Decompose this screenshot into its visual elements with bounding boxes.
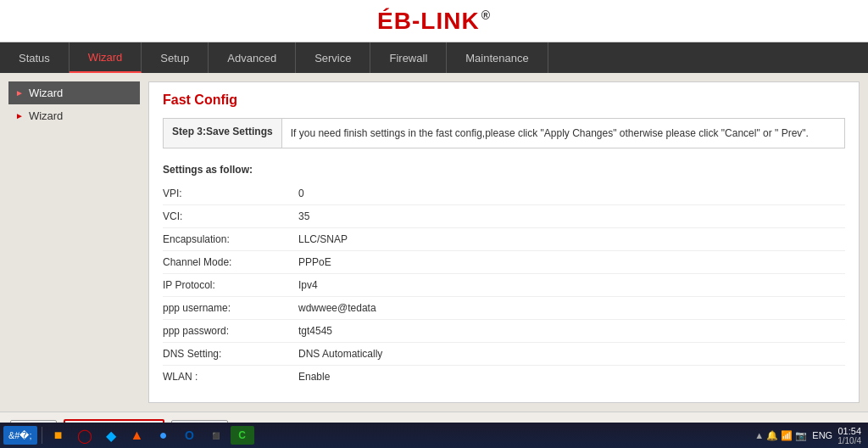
settings-value-vci: 35 [298, 210, 309, 222]
settings-key-channel-mode: Channel Mode: [163, 256, 298, 268]
taskbar-app-7[interactable]: ◾ [204, 426, 228, 445]
taskbar-app-8[interactable]: C [231, 426, 254, 445]
nav-service[interactable]: Service [296, 42, 370, 73]
content-area: Fast Config Step 3:Save Settings If you … [148, 81, 860, 403]
taskbar-app-3[interactable]: ◆ [99, 426, 123, 445]
taskbar: &#�; ■ ◯ ◆ ▲ ● O ◾ C ▲ 🔔 📶 📷 ENG 01:54 1… [0, 423, 868, 448]
page-title: Fast Config [163, 92, 845, 108]
settings-row-ppp-password: ppp password: tgt4545 [163, 320, 845, 343]
settings-row-channel-mode: Channel Mode: PPPoE [163, 251, 845, 274]
settings-value-ppp-username: wdwwee@tedata [298, 302, 376, 314]
settings-row-wlan: WLAN : Enable [163, 366, 845, 388]
settings-key-vpi: VPI: [163, 188, 298, 199]
settings-row-vpi: VPI: 0 [163, 182, 845, 205]
settings-row-ip-protocol: IP Protocol: Ipv4 [163, 274, 845, 297]
settings-row-encapsulation: Encapsulation: LLC/SNAP [163, 228, 845, 251]
settings-value-channel-mode: PPPoE [298, 256, 331, 268]
settings-row-dns: DNS Setting: DNS Automatically [163, 343, 845, 366]
arrow-icon-2: ► [15, 111, 24, 120]
nav-wizard[interactable]: Wizard [70, 42, 142, 73]
settings-key-wlan: WLAN : [163, 371, 298, 383]
taskbar-app-6[interactable]: O [178, 426, 202, 445]
settings-section: Settings as follow: VPI: 0 VCI: 35 Encap… [163, 160, 845, 388]
arrow-icon: ► [15, 88, 24, 98]
nav-bar: Status Wizard Setup Advanced Service Fir… [0, 42, 868, 73]
nav-firewall[interactable]: Firewall [370, 42, 447, 73]
settings-key-dns: DNS Setting: [163, 348, 298, 360]
taskbar-right: ▲ 🔔 📶 📷 ENG 01:54 1/10/4 [754, 426, 865, 445]
sidebar-item-wizard[interactable]: ► Wizard [8, 104, 140, 127]
settings-key-vci: VCI: [163, 210, 298, 222]
sidebar-label-wizard: Wizard [29, 109, 63, 122]
settings-row-ppp-username: ppp username: wdwwee@tedata [163, 297, 845, 320]
settings-value-encapsulation: LLC/SNAP [298, 233, 348, 245]
settings-value-vpi: 0 [298, 188, 304, 199]
nav-maintenance[interactable]: Maintenance [447, 42, 548, 73]
taskbar-app-1[interactable]: ■ [47, 426, 70, 445]
nav-status[interactable]: Status [0, 42, 70, 73]
settings-key-ppp-password: ppp password: [163, 325, 298, 337]
start-button[interactable]: &#�; [3, 426, 37, 445]
taskbar-app-2[interactable]: ◯ [73, 426, 97, 445]
brand-logo: ÉB-LINK® [377, 8, 491, 35]
settings-key-ppp-username: ppp username: [163, 302, 298, 314]
settings-value-ip-protocol: Ipv4 [298, 279, 318, 291]
nav-advanced[interactable]: Advanced [209, 42, 296, 73]
step-text: If you need finish settings in the fast … [282, 119, 817, 148]
settings-value-ppp-password: tgt4545 [298, 325, 332, 337]
sidebar-item-wizard-active[interactable]: ► Wizard [8, 81, 140, 104]
settings-key-encapsulation: Encapsulation: [163, 233, 298, 245]
taskbar-lang: ENG [812, 430, 832, 440]
taskbar-icons: ▲ 🔔 📶 📷 [754, 430, 807, 441]
sidebar: ► Wizard ► Wizard [8, 81, 140, 403]
brand-bar: ÉB-LINK® [0, 0, 868, 42]
settings-header: Settings as follow: [163, 160, 845, 182]
taskbar-separator-1 [42, 427, 42, 444]
settings-value-dns: DNS Automatically [298, 348, 382, 360]
taskbar-app-4[interactable]: ▲ [125, 426, 149, 445]
settings-value-wlan: Enable [298, 371, 330, 383]
nav-setup[interactable]: Setup [142, 42, 209, 73]
taskbar-time: 01:54 1/10/4 [837, 426, 861, 445]
settings-row-vci: VCI: 35 [163, 205, 845, 228]
sidebar-label-wizard-active: Wizard [29, 87, 63, 99]
step-label: Step 3:Save Settings [164, 119, 282, 148]
settings-key-ip-protocol: IP Protocol: [163, 279, 298, 291]
step-box: Step 3:Save Settings If you need finish … [163, 118, 845, 148]
taskbar-app-5[interactable]: ● [152, 426, 175, 445]
